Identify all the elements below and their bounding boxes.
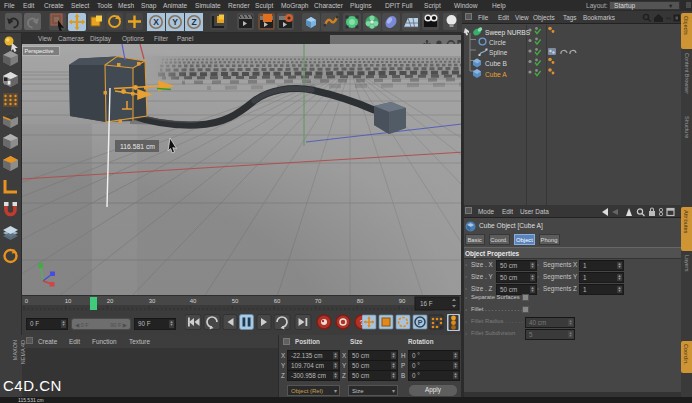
svg-text:116.581 cm: 116.581 cm xyxy=(120,143,155,150)
svg-text:Cube B: Cube B xyxy=(485,60,508,67)
svg-text:60: 60 xyxy=(274,298,281,304)
svg-text:Sweep NURBS: Sweep NURBS xyxy=(485,29,531,37)
svg-text:Z: Z xyxy=(191,17,196,27)
svg-text:Cube A: Cube A xyxy=(485,71,507,78)
svg-text:40: 40 xyxy=(190,298,197,304)
svg-text:90: 90 xyxy=(399,298,406,304)
svg-text:50: 50 xyxy=(232,298,239,304)
svg-text:10: 10 xyxy=(65,298,72,304)
svg-text:16 F: 16 F xyxy=(420,300,433,307)
svg-text:70: 70 xyxy=(315,298,322,304)
svg-text:30: 30 xyxy=(149,298,156,304)
svg-text:80: 80 xyxy=(357,298,364,304)
svg-text:Spline: Spline xyxy=(489,49,508,57)
svg-text:Circle: Circle xyxy=(489,39,506,46)
svg-text:Perspective: Perspective xyxy=(25,48,54,54)
svg-text:Y: Y xyxy=(172,17,178,27)
svg-text:P: P xyxy=(418,319,423,326)
svg-text:X: X xyxy=(153,17,159,27)
svg-text:20: 20 xyxy=(107,298,114,304)
